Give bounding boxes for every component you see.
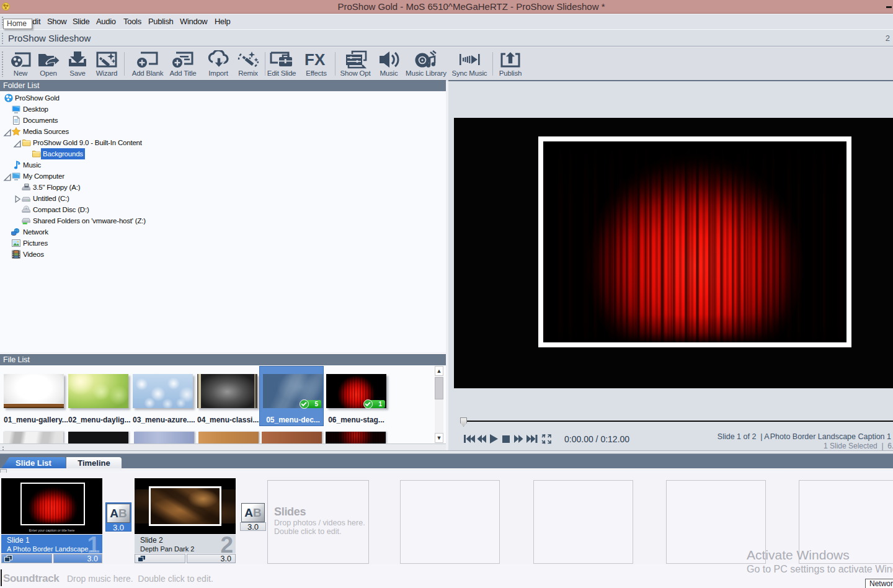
svg-text:FX: FX bbox=[304, 50, 326, 69]
